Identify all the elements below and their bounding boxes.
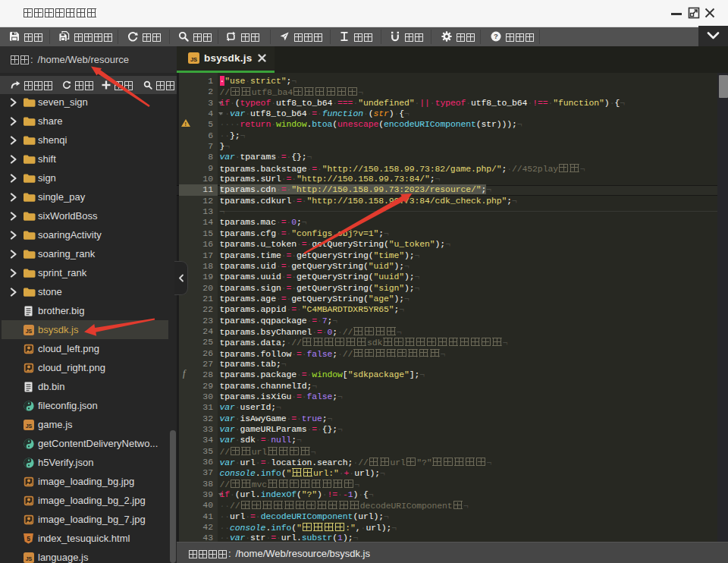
svg-text:?: ? (494, 33, 498, 41)
